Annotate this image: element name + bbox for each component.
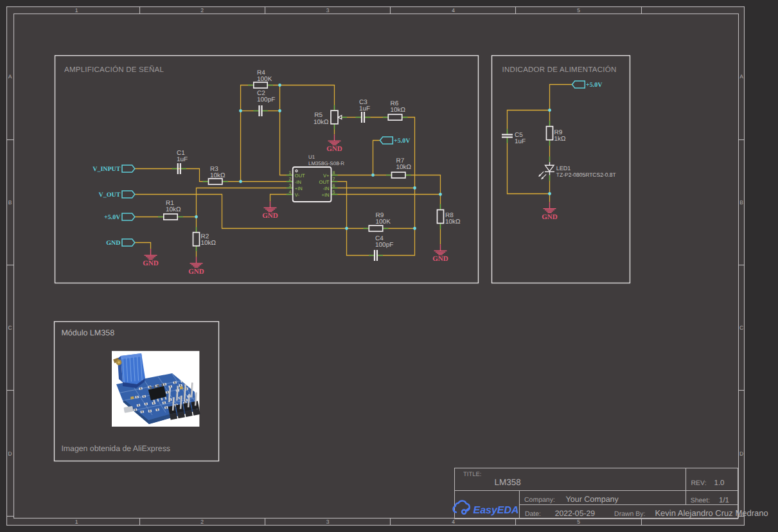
- svg-text:Módulo LM358: Módulo LM358: [61, 328, 114, 337]
- svg-text:8: 8: [333, 171, 335, 175]
- svg-text:1.0: 1.0: [714, 479, 725, 487]
- svg-text:Kevin Alejandro Cruz Medrano: Kevin Alejandro Cruz Medrano: [655, 508, 768, 518]
- svg-text:GND: GND: [143, 260, 159, 267]
- svg-text:REV:: REV:: [691, 479, 707, 487]
- svg-text:+5.0V: +5.0V: [394, 137, 411, 145]
- svg-text:100K: 100K: [376, 218, 391, 226]
- svg-text:10kΩ: 10kΩ: [166, 206, 181, 213]
- svg-text:LM358: LM358: [495, 477, 521, 487]
- svg-text:10kΩ: 10kΩ: [445, 218, 461, 226]
- svg-text:GND: GND: [262, 212, 278, 220]
- svg-text:OUT: OUT: [295, 173, 305, 179]
- svg-text:Sheet:: Sheet:: [691, 497, 710, 504]
- svg-text:10kΩ: 10kΩ: [210, 172, 225, 179]
- svg-text:10kΩ: 10kΩ: [201, 240, 217, 247]
- svg-text:+5.0V: +5.0V: [586, 82, 603, 89]
- svg-text:100pF: 100pF: [375, 242, 393, 249]
- svg-text:+IN: +IN: [295, 186, 303, 191]
- svg-text:10kΩ: 10kΩ: [314, 119, 329, 126]
- svg-text:1uF: 1uF: [515, 138, 526, 145]
- svg-text:V_INPUT: V_INPUT: [93, 166, 121, 173]
- svg-text:INDICADOR DE ALIMENTACIÓN: INDICADOR DE ALIMENTACIÓN: [502, 66, 617, 74]
- svg-text:C: C: [739, 324, 743, 331]
- svg-text:10kΩ: 10kΩ: [391, 107, 406, 114]
- svg-text:Your Company: Your Company: [566, 495, 619, 504]
- svg-text:EasyEDA: EasyEDA: [473, 505, 519, 516]
- svg-text:4: 4: [452, 519, 455, 525]
- svg-text:GND: GND: [542, 213, 558, 221]
- svg-text:Drawn By:: Drawn By:: [614, 510, 645, 518]
- svg-text:3: 3: [326, 519, 330, 525]
- svg-text:1: 1: [289, 171, 292, 175]
- svg-text:GND: GND: [188, 268, 204, 276]
- svg-text:6: 6: [333, 184, 335, 188]
- svg-text:V+: V+: [323, 173, 330, 179]
- svg-text:Date:: Date:: [525, 510, 541, 518]
- svg-text:2022-05-29: 2022-05-29: [555, 509, 596, 518]
- svg-text:Company:: Company:: [524, 496, 555, 504]
- svg-text:100K: 100K: [257, 76, 272, 83]
- svg-text:C: C: [8, 324, 12, 331]
- svg-text:+5.0V: +5.0V: [104, 214, 121, 221]
- svg-text:OUT: OUT: [319, 179, 330, 185]
- svg-text:2: 2: [200, 7, 204, 13]
- svg-text:3: 3: [326, 7, 330, 13]
- svg-text:5: 5: [577, 7, 580, 13]
- svg-text:D: D: [8, 450, 12, 457]
- svg-text:D: D: [739, 450, 743, 457]
- svg-text:B: B: [739, 199, 743, 206]
- svg-text:V-: V-: [295, 192, 300, 198]
- svg-text:AMPLIFICACIÓN DE SEÑAL: AMPLIFICACIÓN DE SEÑAL: [64, 65, 164, 74]
- svg-text:100pF: 100pF: [257, 96, 275, 103]
- svg-text:GND: GND: [106, 240, 120, 247]
- svg-text:V_OUT: V_OUT: [99, 191, 121, 199]
- svg-text:GND: GND: [326, 145, 342, 153]
- svg-text:2: 2: [289, 177, 292, 182]
- svg-text:4: 4: [289, 190, 292, 195]
- svg-text:Imagen obtenida de AliExpress: Imagen obtenida de AliExpress: [61, 444, 170, 453]
- svg-text:2: 2: [200, 519, 204, 525]
- svg-text:B: B: [8, 199, 12, 206]
- svg-text:4: 4: [452, 7, 455, 13]
- svg-text:U1: U1: [308, 154, 315, 160]
- svg-text:3: 3: [289, 184, 292, 188]
- svg-text:TITLE:: TITLE:: [463, 471, 482, 478]
- svg-text:GND: GND: [432, 255, 448, 263]
- svg-text:+IN: +IN: [322, 192, 330, 198]
- svg-text:-IN: -IN: [295, 179, 301, 185]
- svg-text:1: 1: [75, 519, 78, 525]
- svg-text:1kΩ: 1kΩ: [554, 136, 567, 143]
- svg-text:7: 7: [333, 177, 335, 182]
- svg-text:A: A: [8, 73, 12, 80]
- svg-text:-IN: -IN: [323, 186, 329, 191]
- svg-text:1: 1: [75, 7, 78, 13]
- svg-text:TZ-P2-0805RTCS2-0.8T: TZ-P2-0805RTCS2-0.8T: [556, 172, 616, 178]
- svg-text:R5: R5: [314, 112, 323, 119]
- svg-text:1uF: 1uF: [177, 156, 188, 163]
- svg-text:1uF: 1uF: [359, 105, 370, 112]
- svg-text:5: 5: [333, 190, 335, 195]
- svg-text:1/1: 1/1: [719, 497, 729, 504]
- svg-text:LED1: LED1: [556, 165, 571, 172]
- svg-text:10kΩ: 10kΩ: [396, 164, 412, 171]
- svg-text:LM358G-S08-R: LM358G-S08-R: [308, 161, 344, 166]
- svg-text:A: A: [739, 73, 743, 80]
- svg-text:5: 5: [577, 519, 580, 525]
